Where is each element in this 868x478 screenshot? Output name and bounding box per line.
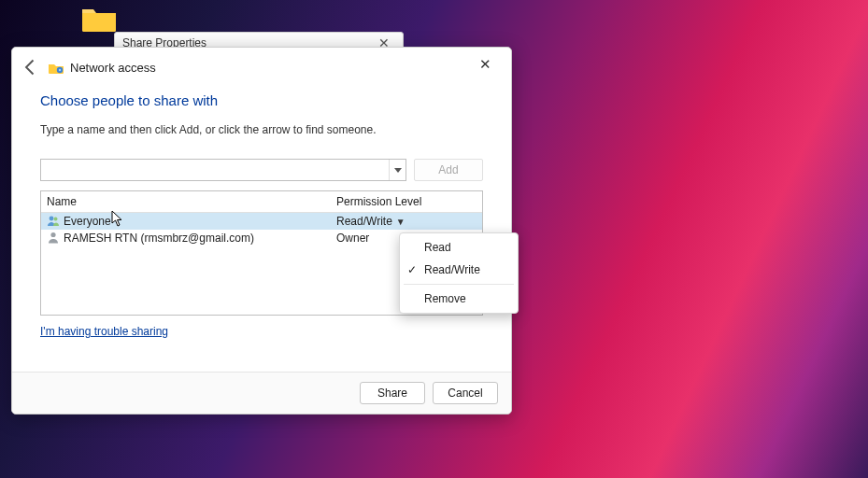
dialog-heading: Choose people to share with [40,92,483,108]
cancel-button[interactable]: Cancel [433,382,498,404]
dialog-header: Network access ✕ [12,48,511,81]
svg-point-2 [50,216,54,220]
svg-point-3 [54,217,58,220]
row-name: RAMESH RTN (rmsmbrz@gmail.com) [64,232,254,245]
checkmark-icon: ✓ [407,263,417,276]
chevron-down-icon [394,168,402,173]
svg-point-1 [59,69,61,71]
network-access-dialog: Network access ✕ Choose people to share … [11,47,512,415]
row-permission: Read/Write [336,215,392,228]
menu-separator [404,284,514,285]
add-button[interactable]: Add [414,159,483,181]
permission-dropdown-icon[interactable]: ▼ [396,217,406,227]
network-icon [48,60,64,75]
menu-item-readwrite[interactable]: ✓ Read/Write [400,259,518,281]
column-header-permission[interactable]: Permission Level [331,191,482,212]
close-button[interactable]: ✕ [468,51,502,77]
svg-point-4 [50,232,55,236]
folder-icon [80,4,118,34]
back-button[interactable] [21,58,40,77]
back-arrow-icon [21,58,40,77]
permission-context-menu: Read ✓ Read/Write Remove [399,232,519,314]
list-row-everyone[interactable]: Everyone Read/Write ▼ [41,213,482,230]
combo-arrow-button[interactable] [389,160,406,180]
trouble-sharing-link[interactable]: I'm having trouble sharing [40,325,168,338]
row-permission: Owner [336,232,369,245]
column-header-name[interactable]: Name [41,191,331,212]
share-button[interactable]: Share [360,382,425,404]
people-combo[interactable] [40,159,406,181]
desktop-folder[interactable] [73,4,124,35]
menu-item-remove[interactable]: Remove [400,288,518,310]
dialog-subtext: Type a name and then click Add, or click… [40,123,483,136]
user-icon [47,231,60,246]
dialog-footer: Share Cancel [12,372,511,414]
dialog-title: Network access [70,61,156,75]
menu-item-read[interactable]: Read [400,236,518,259]
row-name: Everyone [64,215,111,228]
everyone-icon [47,214,60,230]
